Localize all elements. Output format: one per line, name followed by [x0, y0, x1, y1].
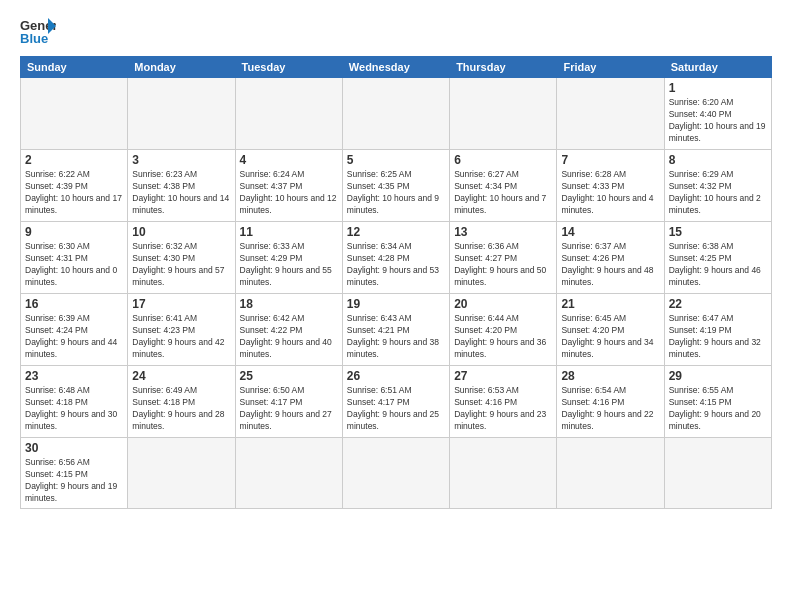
calendar-week-row: 9Sunrise: 6:30 AM Sunset: 4:31 PM Daylig…: [21, 222, 772, 294]
day-number: 18: [240, 297, 338, 311]
calendar-cell: 18Sunrise: 6:42 AM Sunset: 4:22 PM Dayli…: [235, 294, 342, 366]
day-info: Sunrise: 6:44 AM Sunset: 4:20 PM Dayligh…: [454, 313, 552, 361]
day-number: 13: [454, 225, 552, 239]
day-info: Sunrise: 6:56 AM Sunset: 4:15 PM Dayligh…: [25, 457, 123, 505]
day-number: 26: [347, 369, 445, 383]
calendar-cell: 15Sunrise: 6:38 AM Sunset: 4:25 PM Dayli…: [664, 222, 771, 294]
day-info: Sunrise: 6:47 AM Sunset: 4:19 PM Dayligh…: [669, 313, 767, 361]
calendar-cell: [557, 438, 664, 509]
calendar-cell: 30Sunrise: 6:56 AM Sunset: 4:15 PM Dayli…: [21, 438, 128, 509]
calendar-cell: 21Sunrise: 6:45 AM Sunset: 4:20 PM Dayli…: [557, 294, 664, 366]
day-info: Sunrise: 6:38 AM Sunset: 4:25 PM Dayligh…: [669, 241, 767, 289]
calendar-table: SundayMondayTuesdayWednesdayThursdayFrid…: [20, 56, 772, 509]
day-info: Sunrise: 6:39 AM Sunset: 4:24 PM Dayligh…: [25, 313, 123, 361]
calendar-cell: 20Sunrise: 6:44 AM Sunset: 4:20 PM Dayli…: [450, 294, 557, 366]
calendar-cell: 4Sunrise: 6:24 AM Sunset: 4:37 PM Daylig…: [235, 150, 342, 222]
day-number: 17: [132, 297, 230, 311]
day-info: Sunrise: 6:25 AM Sunset: 4:35 PM Dayligh…: [347, 169, 445, 217]
calendar-cell: [128, 438, 235, 509]
day-info: Sunrise: 6:45 AM Sunset: 4:20 PM Dayligh…: [561, 313, 659, 361]
day-number: 8: [669, 153, 767, 167]
day-number: 20: [454, 297, 552, 311]
day-number: 10: [132, 225, 230, 239]
day-number: 25: [240, 369, 338, 383]
weekday-header-row: SundayMondayTuesdayWednesdayThursdayFrid…: [21, 57, 772, 78]
calendar-cell: 27Sunrise: 6:53 AM Sunset: 4:16 PM Dayli…: [450, 366, 557, 438]
day-number: 19: [347, 297, 445, 311]
calendar-cell: 23Sunrise: 6:48 AM Sunset: 4:18 PM Dayli…: [21, 366, 128, 438]
day-info: Sunrise: 6:30 AM Sunset: 4:31 PM Dayligh…: [25, 241, 123, 289]
day-number: 14: [561, 225, 659, 239]
calendar-cell: [235, 78, 342, 150]
weekday-header-sunday: Sunday: [21, 57, 128, 78]
day-info: Sunrise: 6:32 AM Sunset: 4:30 PM Dayligh…: [132, 241, 230, 289]
day-info: Sunrise: 6:43 AM Sunset: 4:21 PM Dayligh…: [347, 313, 445, 361]
calendar-cell: 1Sunrise: 6:20 AM Sunset: 4:40 PM Daylig…: [664, 78, 771, 150]
day-info: Sunrise: 6:24 AM Sunset: 4:37 PM Dayligh…: [240, 169, 338, 217]
day-info: Sunrise: 6:33 AM Sunset: 4:29 PM Dayligh…: [240, 241, 338, 289]
header: General Blue: [20, 16, 772, 46]
svg-text:Blue: Blue: [20, 31, 48, 46]
calendar-cell: 22Sunrise: 6:47 AM Sunset: 4:19 PM Dayli…: [664, 294, 771, 366]
calendar-cell: 16Sunrise: 6:39 AM Sunset: 4:24 PM Dayli…: [21, 294, 128, 366]
day-info: Sunrise: 6:23 AM Sunset: 4:38 PM Dayligh…: [132, 169, 230, 217]
day-number: 2: [25, 153, 123, 167]
calendar-week-row: 1Sunrise: 6:20 AM Sunset: 4:40 PM Daylig…: [21, 78, 772, 150]
calendar-body: 1Sunrise: 6:20 AM Sunset: 4:40 PM Daylig…: [21, 78, 772, 509]
calendar-cell: 3Sunrise: 6:23 AM Sunset: 4:38 PM Daylig…: [128, 150, 235, 222]
calendar-cell: 12Sunrise: 6:34 AM Sunset: 4:28 PM Dayli…: [342, 222, 449, 294]
day-number: 29: [669, 369, 767, 383]
calendar-cell: 11Sunrise: 6:33 AM Sunset: 4:29 PM Dayli…: [235, 222, 342, 294]
calendar-week-row: 30Sunrise: 6:56 AM Sunset: 4:15 PM Dayli…: [21, 438, 772, 509]
day-info: Sunrise: 6:42 AM Sunset: 4:22 PM Dayligh…: [240, 313, 338, 361]
day-number: 7: [561, 153, 659, 167]
weekday-header-friday: Friday: [557, 57, 664, 78]
day-number: 28: [561, 369, 659, 383]
day-info: Sunrise: 6:53 AM Sunset: 4:16 PM Dayligh…: [454, 385, 552, 433]
day-info: Sunrise: 6:50 AM Sunset: 4:17 PM Dayligh…: [240, 385, 338, 433]
day-number: 11: [240, 225, 338, 239]
day-info: Sunrise: 6:28 AM Sunset: 4:33 PM Dayligh…: [561, 169, 659, 217]
calendar-cell: 19Sunrise: 6:43 AM Sunset: 4:21 PM Dayli…: [342, 294, 449, 366]
generalblue-logo-icon: General Blue: [20, 16, 56, 46]
calendar-cell: 9Sunrise: 6:30 AM Sunset: 4:31 PM Daylig…: [21, 222, 128, 294]
day-info: Sunrise: 6:41 AM Sunset: 4:23 PM Dayligh…: [132, 313, 230, 361]
calendar-cell: [450, 78, 557, 150]
calendar-cell: [450, 438, 557, 509]
day-number: 6: [454, 153, 552, 167]
calendar-cell: 28Sunrise: 6:54 AM Sunset: 4:16 PM Dayli…: [557, 366, 664, 438]
calendar-cell: 13Sunrise: 6:36 AM Sunset: 4:27 PM Dayli…: [450, 222, 557, 294]
calendar-cell: 6Sunrise: 6:27 AM Sunset: 4:34 PM Daylig…: [450, 150, 557, 222]
calendar-cell: 2Sunrise: 6:22 AM Sunset: 4:39 PM Daylig…: [21, 150, 128, 222]
calendar-cell: 29Sunrise: 6:55 AM Sunset: 4:15 PM Dayli…: [664, 366, 771, 438]
day-number: 21: [561, 297, 659, 311]
weekday-header-monday: Monday: [128, 57, 235, 78]
day-info: Sunrise: 6:22 AM Sunset: 4:39 PM Dayligh…: [25, 169, 123, 217]
day-number: 5: [347, 153, 445, 167]
calendar-cell: 14Sunrise: 6:37 AM Sunset: 4:26 PM Dayli…: [557, 222, 664, 294]
calendar-cell: 25Sunrise: 6:50 AM Sunset: 4:17 PM Dayli…: [235, 366, 342, 438]
day-number: 22: [669, 297, 767, 311]
day-info: Sunrise: 6:34 AM Sunset: 4:28 PM Dayligh…: [347, 241, 445, 289]
day-info: Sunrise: 6:29 AM Sunset: 4:32 PM Dayligh…: [669, 169, 767, 217]
page: General Blue SundayMondayTuesdayWednesda…: [0, 0, 792, 612]
day-number: 30: [25, 441, 123, 455]
calendar-week-row: 2Sunrise: 6:22 AM Sunset: 4:39 PM Daylig…: [21, 150, 772, 222]
logo: General Blue: [20, 16, 56, 46]
day-info: Sunrise: 6:37 AM Sunset: 4:26 PM Dayligh…: [561, 241, 659, 289]
day-number: 24: [132, 369, 230, 383]
day-info: Sunrise: 6:20 AM Sunset: 4:40 PM Dayligh…: [669, 97, 767, 145]
day-number: 12: [347, 225, 445, 239]
weekday-header-tuesday: Tuesday: [235, 57, 342, 78]
day-number: 1: [669, 81, 767, 95]
day-info: Sunrise: 6:54 AM Sunset: 4:16 PM Dayligh…: [561, 385, 659, 433]
day-info: Sunrise: 6:55 AM Sunset: 4:15 PM Dayligh…: [669, 385, 767, 433]
day-number: 27: [454, 369, 552, 383]
day-number: 23: [25, 369, 123, 383]
day-info: Sunrise: 6:36 AM Sunset: 4:27 PM Dayligh…: [454, 241, 552, 289]
calendar-cell: [128, 78, 235, 150]
weekday-header-wednesday: Wednesday: [342, 57, 449, 78]
calendar-cell: 8Sunrise: 6:29 AM Sunset: 4:32 PM Daylig…: [664, 150, 771, 222]
calendar-week-row: 16Sunrise: 6:39 AM Sunset: 4:24 PM Dayli…: [21, 294, 772, 366]
day-number: 3: [132, 153, 230, 167]
